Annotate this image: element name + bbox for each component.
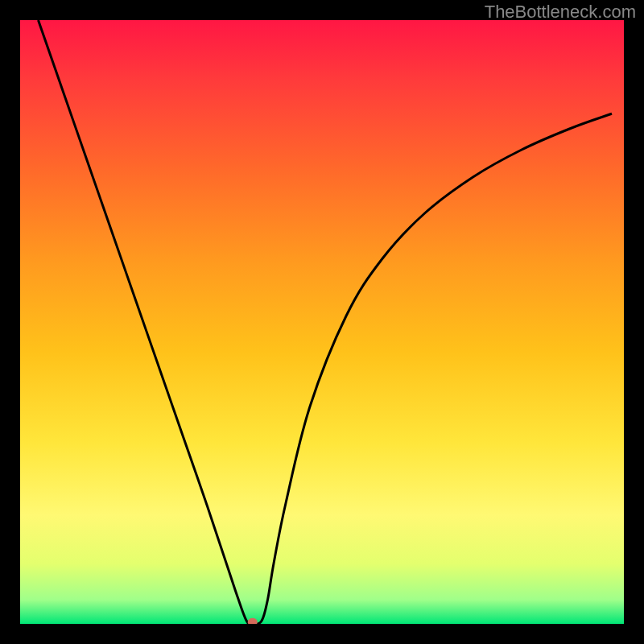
chart-background [20, 20, 624, 624]
chart-svg [20, 20, 624, 624]
chart-frame [20, 20, 624, 624]
watermark-text: TheBottleneck.com [485, 2, 636, 23]
